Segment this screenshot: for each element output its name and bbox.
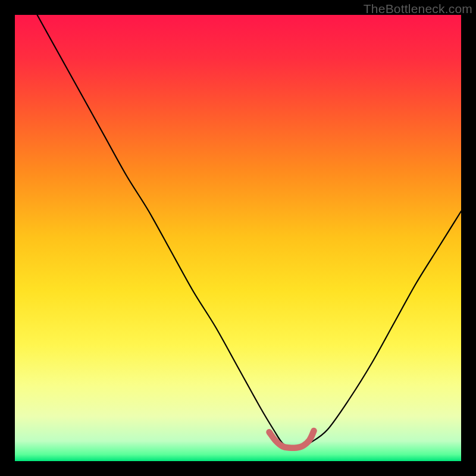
chart-svg [15, 15, 461, 461]
gradient-background [15, 15, 461, 461]
chart-frame: TheBottleneck.com [0, 0, 476, 476]
plot-area [15, 15, 461, 461]
watermark-text: TheBottleneck.com [364, 2, 472, 16]
